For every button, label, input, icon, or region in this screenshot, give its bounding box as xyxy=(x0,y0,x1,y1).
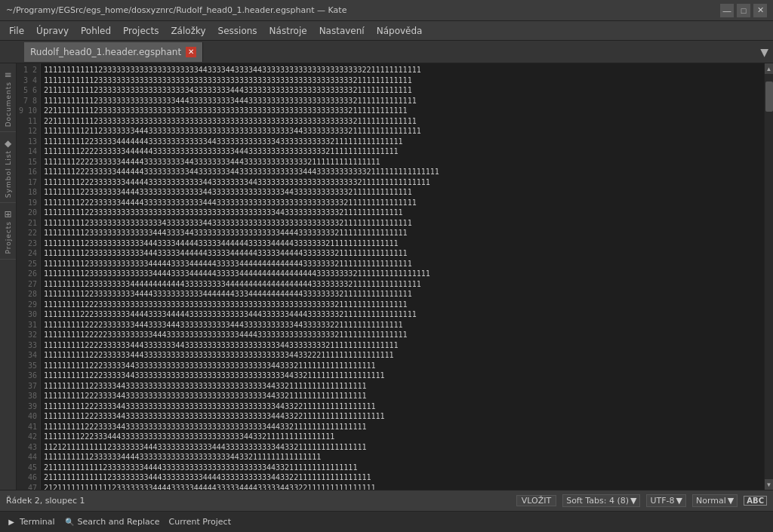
statusbar: Řádek 2, sloupec 1 VLOŽIT Soft Tabs: 4 (… xyxy=(0,490,773,511)
mode-dropdown[interactable]: Normal ▼ xyxy=(692,494,738,507)
projects-icon: ⊞ xyxy=(2,208,13,221)
spellcheck-icon: ABC xyxy=(744,496,767,506)
statusbar-right: VLOŽIT Soft Tabs: 4 (8) ▼ UTF-8 ▼ Normal… xyxy=(516,494,767,507)
editor-content[interactable]: 1111111111112333333333333333333333443333… xyxy=(41,63,764,490)
sidebar-section-documents[interactable]: ≡ Documents xyxy=(0,63,16,132)
cursor-position: Řádek 2, sloupec 1 xyxy=(6,496,85,506)
tab-scroll-arrow[interactable]: ▼ xyxy=(756,41,773,63)
sidebar: ≡ Documents ◆ Symbol List ⊞ Projects xyxy=(0,63,17,490)
menu-item-file[interactable]: File xyxy=(3,23,30,39)
encoding-arrow-icon: ▼ xyxy=(676,496,682,506)
symbollist-icon: ◆ xyxy=(3,137,13,150)
titlebar-controls: — □ ✕ xyxy=(720,4,767,17)
scroll-up-button[interactable]: ▲ xyxy=(765,63,774,74)
current-project-tool[interactable]: Current Project xyxy=(169,517,231,527)
vertical-scrollbar[interactable]: ▲ ▼ xyxy=(764,63,773,490)
line-numbers: 1 2 3 4 5 6 7 8 9 10 11 12 13 14 15 16 1… xyxy=(17,63,41,490)
main-area: ≡ Documents ◆ Symbol List ⊞ Projects 1 2… xyxy=(0,63,773,490)
search-replace-label: Search and Replace xyxy=(78,517,160,527)
tab-filename: Rudolf_head0_1.header.egsphant xyxy=(30,47,181,57)
sidebar-label-documents: Documents xyxy=(5,81,12,127)
menu-item-bookmarks[interactable]: Záložky xyxy=(165,23,211,39)
minimize-button[interactable]: — xyxy=(720,4,734,17)
terminal-tool[interactable]: ▶ Terminal xyxy=(6,517,55,527)
menu-item-edit[interactable]: Úpravy xyxy=(30,23,75,39)
sidebar-label-symbollist: Symbol List xyxy=(5,150,12,198)
indent-arrow-icon: ▼ xyxy=(630,496,636,506)
sidebar-section-symbollist[interactable]: ◆ Symbol List xyxy=(0,132,16,203)
insert-mode-label: VLOŽIT xyxy=(516,495,556,506)
menubar: FileÚpravyPohledProjectsZáložkySessionsN… xyxy=(0,21,773,41)
tab-close-button[interactable]: ✕ xyxy=(186,47,196,57)
current-project-label: Current Project xyxy=(169,517,231,527)
sidebar-section-projects[interactable]: ⊞ Projects xyxy=(0,203,16,259)
menu-item-help[interactable]: Nápověda xyxy=(371,23,429,39)
scroll-thumb[interactable] xyxy=(765,81,773,112)
terminal-label: Terminal xyxy=(20,517,55,527)
scroll-down-button[interactable]: ▼ xyxy=(765,479,774,490)
documents-icon: ≡ xyxy=(2,68,13,81)
menu-item-sessions[interactable]: Sessions xyxy=(212,23,263,39)
tabbar: Rudolf_head0_1.header.egsphant ✕ ▼ xyxy=(0,41,773,63)
sidebar-label-projects: Projects xyxy=(5,221,12,254)
encoding-dropdown[interactable]: UTF-8 ▼ xyxy=(646,494,686,507)
menu-item-settings[interactable]: Nastavení xyxy=(313,23,371,39)
menu-item-tools[interactable]: Nástroje xyxy=(263,23,313,39)
active-tab[interactable]: Rudolf_head0_1.header.egsphant ✕ xyxy=(24,42,203,62)
search-replace-tool[interactable]: 🔍 Search and Replace xyxy=(64,517,160,527)
encoding-label: UTF-8 xyxy=(650,496,674,506)
indent-label: Soft Tabs: 4 (8) xyxy=(566,496,629,506)
titlebar-title: ~/Programy/EGSrc/egs_home/dosxyznrc/Rudo… xyxy=(6,5,346,15)
mode-label: Normal xyxy=(696,496,726,506)
maximize-button[interactable]: □ xyxy=(737,4,750,17)
menu-item-projects[interactable]: Projects xyxy=(117,23,165,39)
editor-wrapper: 1 2 3 4 5 6 7 8 9 10 11 12 13 14 15 16 1… xyxy=(17,63,773,490)
terminal-icon: ▶ xyxy=(6,517,17,527)
bottom-toolbar: ▶ Terminal 🔍 Search and Replace Current … xyxy=(0,511,773,532)
titlebar: ~/Programy/EGSrc/egs_home/dosxyznrc/Rudo… xyxy=(0,0,773,21)
indent-dropdown[interactable]: Soft Tabs: 4 (8) ▼ xyxy=(562,494,640,507)
mode-arrow-icon: ▼ xyxy=(728,496,734,506)
menu-item-view[interactable]: Pohled xyxy=(75,23,117,39)
search-icon: 🔍 xyxy=(64,517,75,527)
close-button[interactable]: ✕ xyxy=(753,4,767,17)
scroll-track[interactable] xyxy=(765,74,774,479)
spellcheck-item[interactable]: ABC xyxy=(744,496,767,506)
